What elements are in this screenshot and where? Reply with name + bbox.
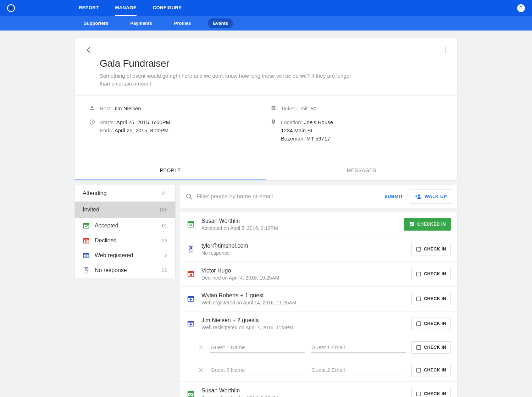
accepted-icon	[83, 222, 90, 229]
guest-email-input[interactable]	[311, 342, 406, 353]
guest-row: CHECK IN	[180, 359, 457, 382]
location-pin-icon	[270, 119, 277, 125]
web-icon	[187, 320, 195, 327]
document-icon	[270, 105, 277, 111]
person-row: Victor Hugo Declined on April 4, 2016, 1…	[180, 262, 457, 287]
back-button[interactable]	[85, 46, 93, 54]
guest-name-input[interactable]	[210, 342, 305, 353]
close-icon	[198, 344, 204, 350]
checkin-button[interactable]: CHECK IN	[411, 243, 451, 255]
person-status: Declined on April 4, 2016, 10:25AM	[201, 275, 405, 281]
remove-guest-button[interactable]	[198, 367, 204, 373]
topnav-tab-manage[interactable]: MANAGE	[115, 0, 137, 16]
event-card: Gala Fundraiser Something of event would…	[74, 38, 458, 181]
event-title: Gala Fundraiser	[100, 58, 447, 69]
person-add-icon	[415, 193, 422, 200]
search-icon	[185, 193, 193, 200]
person-row: Susan Worthlin Accepted on April 5, 2016…	[180, 212, 457, 237]
filter-bar: SUBMIT WALK UP	[180, 185, 458, 208]
filter-attending[interactable]: Attending 21	[75, 185, 175, 202]
app-logo[interactable]	[7, 4, 15, 12]
person-name: Wylan Roberts + 1 guest	[201, 292, 405, 299]
checkbox-icon	[416, 345, 421, 350]
submit-button[interactable]: SUBMIT	[381, 194, 406, 199]
checkbox-icon	[416, 368, 421, 373]
checkbox-icon	[416, 247, 421, 252]
noresp-icon	[187, 245, 195, 253]
declined-icon	[83, 237, 90, 244]
checkbox-icon	[416, 321, 421, 326]
event-description: Something of event would go right here a…	[100, 72, 362, 88]
subnav-item-supporters[interactable]: Supporters	[79, 18, 113, 28]
person-name: Susan Worthlin	[201, 387, 405, 394]
tab-messages[interactable]: MESSAGES	[266, 161, 457, 180]
clock-icon	[89, 119, 95, 125]
checkbox-icon	[416, 271, 421, 277]
walkup-button[interactable]: WALK UP	[410, 189, 452, 204]
people-list: Susan Worthlin Accepted on April 5, 2016…	[180, 212, 458, 397]
person-row: tyler@timshel.com No response CHECK IN	[180, 237, 457, 262]
accepted-icon	[187, 220, 195, 228]
filter-input[interactable]	[196, 193, 377, 200]
sub-nav: SupportersPaymentsProfilesEvents	[0, 16, 532, 31]
web-icon	[187, 295, 195, 303]
subnav-item-payments[interactable]: Payments	[125, 18, 157, 28]
topnav-tab-configure[interactable]: CONFIGURE	[153, 0, 182, 16]
noresp-icon	[83, 267, 90, 274]
event-host: Host: Jim Nielsen	[100, 104, 141, 112]
person-status: No response	[201, 250, 405, 256]
checked-in-badge: CHECKED IN	[404, 218, 451, 231]
remove-guest-button[interactable]	[198, 344, 204, 350]
top-nav: REPORTMANAGECONFIGURE T	[0, 0, 532, 16]
checkin-button[interactable]: CHECK IN	[411, 388, 451, 397]
accepted-icon	[187, 390, 195, 397]
person-row: Wylan Roberts + 1 guest Web registered o…	[180, 287, 457, 311]
filter-status-declined[interactable]: Declined 23	[75, 233, 175, 248]
guest-row: CHECK IN	[180, 336, 457, 359]
checkin-button[interactable]: CHECK IN	[411, 364, 451, 376]
person-status: Web resisgtered on April 7, 2016, 1:23PM	[201, 325, 405, 330]
guest-name-input[interactable]	[210, 365, 305, 375]
more-menu-button[interactable]	[442, 46, 450, 54]
tab-people[interactable]: PEOPLE	[75, 161, 266, 180]
person-name: Victor Hugo	[201, 268, 405, 274]
checkin-button[interactable]: CHECK IN	[411, 293, 451, 305]
checkin-button[interactable]: CHECK IN	[411, 268, 451, 280]
person-status: Web registered on April 14, 2016, 11:25A…	[201, 300, 405, 305]
declined-icon	[187, 270, 195, 278]
subnav-item-profiles[interactable]: Profiles	[169, 18, 196, 28]
close-icon	[198, 367, 204, 373]
person-row: Jim Nielsen + 2 guests Web resisgtered o…	[180, 311, 457, 336]
person-status: Accepted on April 5, 2016, 3:13PM	[201, 395, 405, 397]
person-name: Jim Nielsen + 2 guests	[201, 317, 405, 324]
user-avatar[interactable]: T	[517, 4, 525, 12]
status-filter-card: Attending 21 Invited 105 Accepted 61 Dec…	[74, 185, 176, 278]
filter-status-web[interactable]: Web registered 2	[75, 248, 175, 263]
filter-status-noresp[interactable]: No response 55	[75, 263, 175, 278]
checkbox-checked-icon	[409, 221, 415, 227]
filter-status-accepted[interactable]: Accepted 61	[75, 218, 175, 233]
guest-email-input[interactable]	[311, 365, 406, 375]
checkbox-icon	[416, 391, 421, 397]
checkbox-icon	[416, 296, 421, 302]
filter-invited[interactable]: Invited 105	[75, 202, 175, 218]
person-row: Susan Worthlin Accepted on April 5, 2016…	[180, 382, 457, 397]
web-icon	[83, 252, 90, 259]
arrow-left-icon	[85, 46, 93, 54]
dots-vertical-icon	[442, 46, 449, 54]
event-times: Starts: April 25, 2015, 6:00PM Ends: Apr…	[100, 118, 170, 135]
checkin-button[interactable]: CHECK IN	[411, 318, 451, 330]
person-status: Accepted on April 5, 2016, 3:13PM	[201, 225, 398, 231]
subnav-item-events[interactable]: Events	[208, 18, 233, 28]
topnav-tab-report[interactable]: REPORT	[79, 0, 99, 16]
event-ticket-limit: Ticket Limit: 50	[281, 104, 316, 112]
checkin-button[interactable]: CHECK IN	[411, 341, 451, 354]
person-name: Susan Worthlin	[201, 218, 398, 224]
person-icon	[89, 105, 95, 111]
cloud-icon	[9, 6, 13, 10]
event-location: Location: Joe's House 1234 Main St. Boze…	[281, 118, 333, 143]
person-name: tyler@timshel.com	[201, 243, 405, 249]
